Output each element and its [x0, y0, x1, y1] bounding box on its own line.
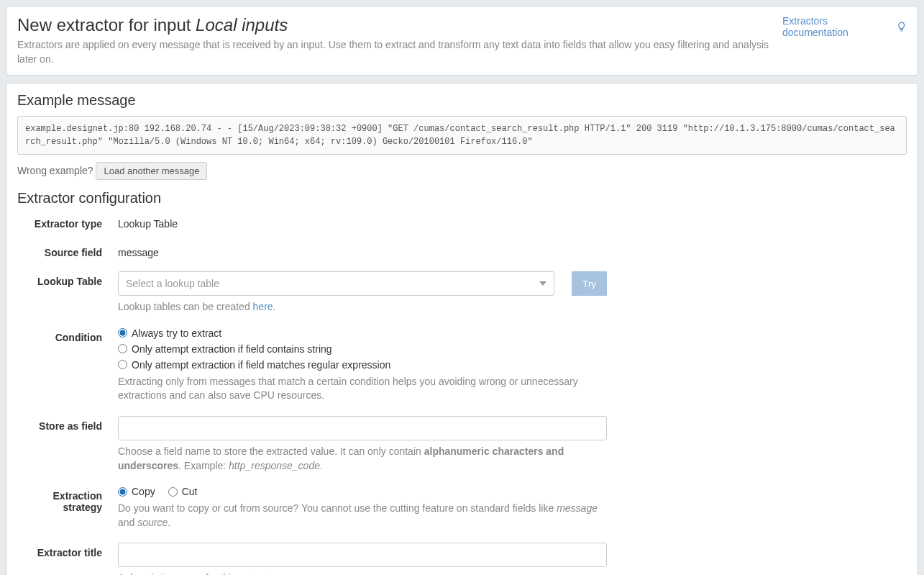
- config-heading: Extractor configuration: [17, 190, 907, 207]
- condition-option-regex[interactable]: Only attempt extraction if field matches…: [118, 359, 607, 371]
- page-subtitle: Extractors are applied on every message …: [17, 38, 782, 66]
- condition-option-always[interactable]: Always try to extract: [118, 327, 607, 339]
- chevron-down-icon: [539, 281, 546, 286]
- label-extractor-title: Extractor title: [17, 543, 118, 575]
- title-input-name: Local inputs: [196, 15, 288, 35]
- load-another-button[interactable]: Load another message: [96, 162, 207, 180]
- strategy-radio-copy[interactable]: [118, 487, 127, 497]
- row-source-field: Source field message: [17, 243, 907, 258]
- wrong-example-row: Wrong example? Load another message: [17, 162, 907, 180]
- lookup-here-link[interactable]: here: [253, 301, 273, 312]
- example-message-box: example.designet.jp:80 192.168.20.74 - -…: [17, 116, 907, 155]
- strategy-radio-cut[interactable]: [168, 487, 178, 497]
- extractor-title-input[interactable]: [118, 543, 607, 567]
- store-as-input[interactable]: [118, 416, 607, 440]
- strategy-help: Do you want to copy or cut from source? …: [118, 502, 607, 530]
- condition-radio-regex[interactable]: [118, 360, 127, 369]
- label-condition: Condition: [17, 327, 118, 403]
- lookup-table-select[interactable]: Select a lookup table: [118, 271, 554, 296]
- lookup-table-help: Lookup tables can be created here.: [118, 300, 607, 314]
- row-store-as: Store as field Choose a field name to st…: [17, 416, 907, 473]
- example-heading: Example message: [17, 92, 907, 109]
- wrong-example-label: Wrong example?: [17, 165, 93, 176]
- label-source-field: Source field: [17, 243, 118, 258]
- row-extractor-title: Extractor title A descriptive name for t…: [17, 543, 907, 575]
- lightbulb-icon: [896, 21, 907, 32]
- label-store-as: Store as field: [17, 416, 118, 473]
- extractor-title-help: A descriptive name for this extractor.: [118, 571, 607, 575]
- condition-help: Extracting only from messages that match…: [118, 375, 607, 403]
- value-source-field: message: [118, 243, 607, 258]
- store-as-help: Choose a field name to store the extract…: [118, 445, 607, 473]
- title-prefix: New extractor for input: [17, 15, 196, 35]
- condition-radio-always[interactable]: [118, 328, 127, 338]
- label-extractor-type: Extractor type: [17, 214, 118, 230]
- documentation-link-label: Extractors documentation: [782, 15, 893, 38]
- label-lookup-table: Lookup Table: [17, 271, 118, 314]
- row-strategy: Extraction strategy Copy Cut Do you want…: [17, 486, 907, 530]
- condition-option-contains[interactable]: Only attempt extraction if field contain…: [118, 343, 607, 355]
- label-strategy: Extraction strategy: [17, 486, 118, 530]
- documentation-link[interactable]: Extractors documentation: [782, 15, 907, 38]
- row-lookup-table: Lookup Table Select a lookup table Try L…: [17, 271, 907, 314]
- try-button[interactable]: Try: [572, 271, 607, 296]
- lookup-table-placeholder: Select a lookup table: [126, 278, 219, 289]
- condition-radio-contains[interactable]: [118, 344, 127, 353]
- row-extractor-type: Extractor type Lookup Table: [17, 214, 907, 230]
- row-condition: Condition Always try to extract Only att…: [17, 327, 907, 403]
- strategy-cut[interactable]: Cut: [168, 486, 198, 497]
- value-extractor-type: Lookup Table: [118, 214, 607, 230]
- strategy-copy[interactable]: Copy: [118, 486, 155, 497]
- page-title: New extractor for input Local inputs: [17, 15, 782, 35]
- header-panel: New extractor for input Local inputs Ext…: [6, 6, 918, 76]
- main-panel: Example message example.designet.jp:80 1…: [6, 83, 918, 575]
